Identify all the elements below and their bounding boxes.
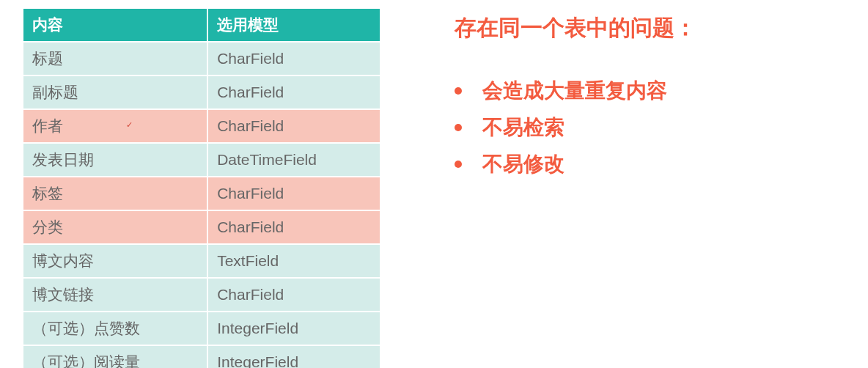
cell-content: （可选）阅读量: [23, 345, 207, 368]
bullet-icon: [455, 161, 462, 168]
cell-model: IntegerField: [207, 312, 380, 345]
issues-list: 会造成大量重复内容 不易检索 不易修改: [455, 73, 846, 183]
cell-content: 副标题: [23, 76, 207, 109]
cell-content: 作者: [23, 109, 207, 143]
cell-model: CharField: [207, 177, 380, 210]
cell-model: CharField: [207, 42, 380, 76]
cell-content: 标签: [23, 177, 207, 210]
table-row: 标签 CharField: [23, 177, 380, 210]
list-item-text: 会造成大量重复内容: [482, 77, 667, 105]
cell-content: 发表日期: [23, 143, 207, 177]
table-row: 标题 CharField: [23, 42, 380, 76]
bullet-icon: [455, 124, 462, 131]
cell-model: DateTimeField: [207, 143, 380, 177]
table-row: （可选）点赞数 IntegerField: [23, 312, 380, 345]
cell-content: 博文内容: [23, 244, 207, 278]
cell-content: 博文链接: [23, 278, 207, 312]
model-table-body: 标题 CharField 副标题 CharField 作者 CharField …: [23, 42, 380, 368]
cell-content: （可选）点赞数: [23, 312, 207, 345]
list-item-text: 不易修改: [482, 150, 564, 178]
table-row: （可选）阅读量 IntegerField: [23, 345, 380, 368]
cell-model: IntegerField: [207, 345, 380, 368]
table-row: 博文链接 CharField: [23, 278, 380, 312]
header-content: 内容: [23, 8, 207, 42]
table-row: 发表日期 DateTimeField: [23, 143, 380, 177]
model-table-panel: 内容 选用模型 标题 CharField 副标题 CharField 作者 Ch…: [22, 7, 381, 361]
cell-model: TextField: [207, 244, 380, 278]
cell-model: CharField: [207, 210, 380, 244]
table-row: 作者 CharField: [23, 109, 380, 143]
table-row: 副标题 CharField: [23, 76, 380, 109]
issues-heading: 存在同一个表中的问题：: [455, 13, 846, 43]
cell-model: CharField: [207, 109, 380, 143]
header-model: 选用模型: [207, 8, 380, 42]
model-table: 内容 选用模型 标题 CharField 副标题 CharField 作者 Ch…: [22, 7, 381, 368]
cell-content: 标题: [23, 42, 207, 76]
list-item: 会造成大量重复内容: [455, 73, 846, 109]
table-row: 分类 CharField: [23, 210, 380, 244]
list-item: 不易修改: [455, 146, 846, 183]
list-item-text: 不易检索: [482, 114, 564, 141]
issues-panel: 存在同一个表中的问题： 会造成大量重复内容 不易检索 不易修改: [381, 7, 846, 361]
list-item: 不易检索: [455, 109, 846, 146]
cell-model: CharField: [207, 278, 380, 312]
cell-content: 分类: [23, 210, 207, 244]
bullet-icon: [455, 87, 462, 95]
table-row: 博文内容 TextField: [23, 244, 380, 278]
cell-model: CharField: [207, 76, 380, 109]
